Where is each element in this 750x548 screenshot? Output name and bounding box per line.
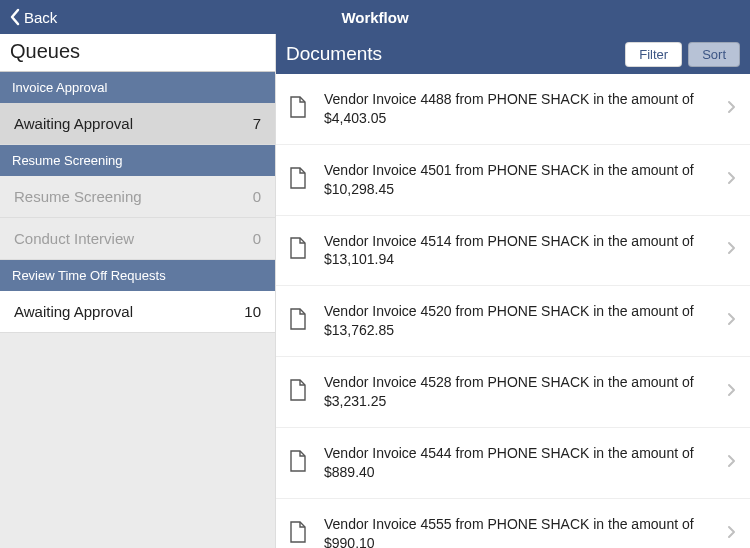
document-row[interactable]: Vendor Invoice 4501 from PHONE SHACK in …	[276, 145, 750, 216]
document-title: Vendor Invoice 4501 from PHONE SHACK in …	[324, 161, 726, 199]
sort-button[interactable]: Sort	[688, 42, 740, 67]
chevron-left-icon	[8, 8, 22, 26]
chevron-right-icon	[726, 100, 738, 118]
document-title: Vendor Invoice 4555 from PHONE SHACK in …	[324, 515, 726, 548]
document-row[interactable]: Vendor Invoice 4528 from PHONE SHACK in …	[276, 357, 750, 428]
document-icon	[288, 520, 312, 548]
documents-title: Documents	[286, 43, 382, 65]
chevron-right-icon	[726, 383, 738, 401]
document-icon	[288, 449, 312, 477]
document-row[interactable]: Vendor Invoice 4555 from PHONE SHACK in …	[276, 499, 750, 548]
sidebar-item[interactable]: Resume Screening0	[0, 176, 275, 218]
sidebar-title: Queues	[0, 34, 275, 72]
document-row[interactable]: Vendor Invoice 4520 from PHONE SHACK in …	[276, 286, 750, 357]
documents-panel: Documents Filter Sort Vendor Invoice 448…	[276, 34, 750, 548]
chevron-right-icon	[726, 241, 738, 259]
back-label: Back	[24, 9, 57, 26]
top-navbar: Back Workflow	[0, 0, 750, 34]
documents-toolbar: Filter Sort	[625, 42, 740, 67]
sidebar-item-count: 7	[253, 115, 261, 132]
chevron-right-icon	[726, 171, 738, 189]
documents-list[interactable]: Vendor Invoice 4488 from PHONE SHACK in …	[276, 74, 750, 548]
sidebar-item-count: 0	[253, 188, 261, 205]
back-button[interactable]: Back	[8, 8, 57, 26]
sidebar-item-label: Awaiting Approval	[14, 115, 133, 132]
document-icon	[288, 378, 312, 406]
document-icon	[288, 236, 312, 264]
chevron-right-icon	[726, 525, 738, 543]
sidebar-section-header: Review Time Off Requests	[0, 260, 275, 291]
document-row[interactable]: Vendor Invoice 4488 from PHONE SHACK in …	[276, 74, 750, 145]
document-row[interactable]: Vendor Invoice 4544 from PHONE SHACK in …	[276, 428, 750, 499]
chevron-right-icon	[726, 454, 738, 472]
document-title: Vendor Invoice 4528 from PHONE SHACK in …	[324, 373, 726, 411]
queues-sidebar: Queues Invoice ApprovalAwaiting Approval…	[0, 34, 276, 548]
sidebar-item-label: Conduct Interview	[14, 230, 134, 247]
sidebar-section-header: Resume Screening	[0, 145, 275, 176]
document-row[interactable]: Vendor Invoice 4514 from PHONE SHACK in …	[276, 216, 750, 287]
document-title: Vendor Invoice 4488 from PHONE SHACK in …	[324, 90, 726, 128]
document-icon	[288, 95, 312, 123]
chevron-right-icon	[726, 312, 738, 330]
document-title: Vendor Invoice 4520 from PHONE SHACK in …	[324, 302, 726, 340]
sidebar-item[interactable]: Awaiting Approval10	[0, 291, 275, 333]
sidebar-item[interactable]: Awaiting Approval7	[0, 103, 275, 145]
document-title: Vendor Invoice 4544 from PHONE SHACK in …	[324, 444, 726, 482]
filter-button[interactable]: Filter	[625, 42, 682, 67]
documents-header: Documents Filter Sort	[276, 34, 750, 74]
sidebar-item-count: 0	[253, 230, 261, 247]
sidebar-item-label: Awaiting Approval	[14, 303, 133, 320]
sidebar-item-label: Resume Screening	[14, 188, 142, 205]
sidebar-section-header: Invoice Approval	[0, 72, 275, 103]
sidebar-item-count: 10	[244, 303, 261, 320]
page-title: Workflow	[341, 9, 408, 26]
document-icon	[288, 307, 312, 335]
document-title: Vendor Invoice 4514 from PHONE SHACK in …	[324, 232, 726, 270]
sidebar-item[interactable]: Conduct Interview0	[0, 218, 275, 260]
document-icon	[288, 166, 312, 194]
